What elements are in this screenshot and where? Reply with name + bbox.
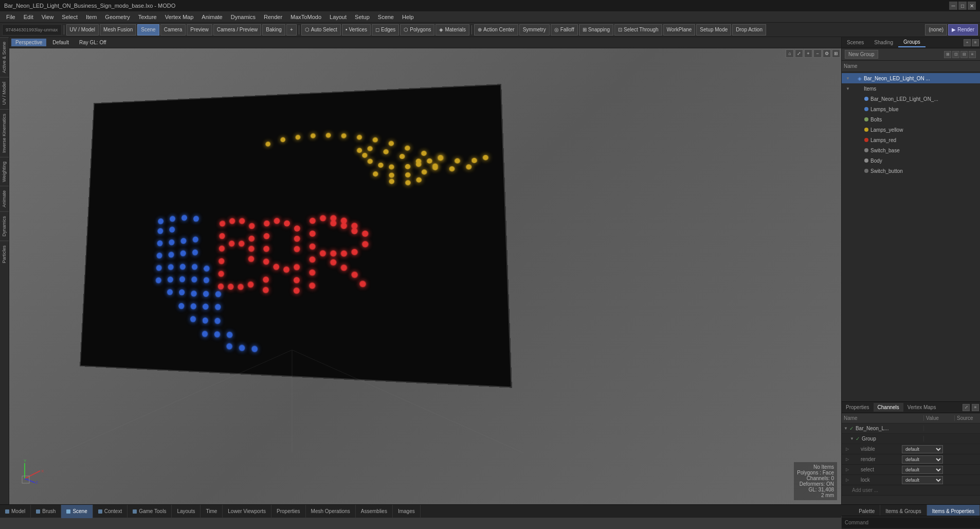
select-through-btn[interactable]: ⊡ Select Through — [614, 24, 662, 36]
tree-item-lamps-blue[interactable]: Lamps_blue — [842, 104, 980, 114]
props-item-row-barneon[interactable]: ▼ ✓ Bar_Neon_L... — [842, 424, 980, 434]
workplane-btn[interactable]: WorkPlane — [663, 24, 696, 36]
menu-file[interactable]: File — [2, 13, 20, 21]
status-images[interactable]: Images — [393, 505, 421, 518]
tree-item-bolts[interactable]: Bolts — [842, 114, 980, 125]
panel-menu-icon[interactable]: ≡ — [972, 39, 979, 46]
status-context[interactable]: Context — [93, 505, 128, 518]
status-properties[interactable]: Properties — [271, 505, 306, 518]
tree-item-lamps-red[interactable]: Lamps_red — [842, 135, 980, 145]
menu-animate[interactable]: Animate — [197, 13, 226, 21]
status-brush[interactable]: Brush — [31, 505, 61, 518]
menu-dynamics[interactable]: Dynamics — [227, 13, 260, 21]
minimize-button[interactable]: ─ — [949, 2, 957, 10]
tree-item-switch-button[interactable]: Switch_button — [842, 166, 980, 176]
status-mesh-ops[interactable]: Mesh Operations — [306, 505, 356, 518]
sidebar-tab-animate[interactable]: Animate — [0, 186, 9, 211]
props-add-user-row[interactable]: Add user ... — [842, 485, 980, 496]
sidebar-tab-uv-model[interactable]: UV / Model — [0, 77, 9, 109]
command-input[interactable] — [842, 518, 980, 528]
viewport-canvas[interactable]: X Y Z ⌂ ⤢ + − ⚙ ⊞ No Items Po — [9, 48, 841, 504]
tree-root-item[interactable]: ▼ ◈ Bar_Neon_LED_Light_ON ... — [842, 73, 980, 83]
render-button[interactable]: ▶ Render — [948, 24, 978, 36]
props-menu-icon[interactable]: ≡ — [972, 404, 979, 411]
groups-icon-2[interactable]: ⊡ — [952, 51, 959, 58]
tree-item-barneon[interactable]: Bar_Neon_LED_Light_ON_... — [842, 94, 980, 104]
vp-zoom-in-icon[interactable]: + — [804, 49, 812, 58]
tab-shading[interactable]: Shading — [869, 38, 898, 47]
tree-item-switch-base[interactable]: Switch_base — [842, 145, 980, 155]
edges-btn[interactable]: ◻ Edges — [372, 24, 399, 36]
sidebar-tab-ik[interactable]: Inverse Kinematics — [0, 109, 9, 157]
action-center-btn[interactable]: ⊕ Action Center — [474, 24, 518, 36]
status-game-tools[interactable]: Game Tools — [128, 505, 172, 518]
props-visible-dropdown[interactable]: default — [902, 445, 943, 453]
tab-groups[interactable]: Groups — [898, 38, 925, 47]
maximize-button[interactable]: □ — [958, 2, 967, 10]
vp-perspective-tab[interactable]: Perspective — [11, 39, 46, 46]
tab-scenes[interactable]: Scenes — [842, 38, 869, 47]
baking-tab[interactable]: Baking — [262, 24, 285, 36]
menu-maxtomodo[interactable]: MaxToModo — [286, 13, 325, 21]
close-button[interactable]: ✕ — [968, 2, 976, 10]
setup-mode-btn[interactable]: Setup Mode — [696, 24, 731, 36]
sidebar-tab-weighting[interactable]: Weighting — [0, 157, 9, 186]
groups-new-btn[interactable]: New Group — [845, 50, 878, 59]
vp-lock-icon[interactable]: ⊞ — [832, 49, 840, 58]
vp-zoom-out-icon[interactable]: − — [813, 49, 822, 58]
menu-vertex-map[interactable]: Vertex Map — [161, 13, 198, 21]
add-tab-btn[interactable]: + — [286, 24, 297, 36]
mesh-fusion-tab[interactable]: Mesh Fusion — [100, 24, 136, 36]
auto-select-btn[interactable]: ⬡ Auto Select — [301, 24, 341, 36]
menu-scene[interactable]: Scene — [374, 13, 398, 21]
groups-icon-4[interactable]: ≡ — [969, 51, 976, 58]
sidebar-tab-particles[interactable]: Particles — [0, 241, 9, 268]
groups-icon-3[interactable]: ⊟ — [960, 51, 968, 58]
materials-btn[interactable]: ◈ Materials — [435, 24, 469, 36]
tree-items-group[interactable]: ▼ Items — [842, 83, 980, 94]
props-group-row[interactable]: ▼ ✓ Group — [842, 434, 980, 444]
vertices-btn[interactable]: • Vertices — [342, 24, 371, 36]
camera-preview-tab[interactable]: Camera / Preview — [213, 24, 261, 36]
menu-help[interactable]: Help — [398, 13, 418, 21]
menu-texture[interactable]: Texture — [134, 13, 161, 21]
scene-tab[interactable]: Scene — [137, 24, 159, 36]
polygons-btn[interactable]: ⬡ Polygons — [400, 24, 434, 36]
menu-edit[interactable]: Edit — [20, 13, 38, 21]
menu-view[interactable]: View — [38, 13, 58, 21]
menu-geometry[interactable]: Geometry — [101, 13, 134, 21]
window-controls[interactable]: ─ □ ✕ — [949, 2, 976, 10]
menu-layout[interactable]: Layout — [325, 13, 351, 21]
menu-select[interactable]: Select — [58, 13, 82, 21]
tree-item-body[interactable]: Body — [842, 155, 980, 166]
falloff-btn[interactable]: ◎ Falloff — [551, 24, 578, 36]
dropdown-select[interactable]: (none) — [925, 24, 947, 36]
status-model[interactable]: Model — [0, 505, 31, 518]
preview-tab[interactable]: Preview — [187, 24, 212, 36]
vp-home-icon[interactable]: ⌂ — [786, 49, 794, 58]
groups-icon-1[interactable]: ⊞ — [944, 51, 951, 58]
status-assemblies[interactable]: Assemblies — [356, 505, 393, 518]
vp-settings-icon[interactable]: ⚙ — [823, 49, 831, 58]
vp-raygl-tab[interactable]: Ray GL: Off — [75, 39, 111, 46]
camera-tab[interactable]: Camera — [160, 24, 186, 36]
props-render-dropdown[interactable]: default — [902, 455, 943, 464]
sidebar-tab-active-scene[interactable]: Active & Scene — [0, 37, 9, 77]
sidebar-tab-dynamics[interactable]: Dynamics — [0, 211, 9, 241]
status-time[interactable]: Time — [201, 505, 223, 518]
status-layouts[interactable]: Layouts — [172, 505, 201, 518]
menu-render[interactable]: Render — [260, 13, 286, 21]
uv-model-tab[interactable]: UV / Model — [66, 24, 99, 36]
menu-setup[interactable]: Setup — [351, 13, 374, 21]
props-expand-icon[interactable]: ⤢ — [963, 404, 970, 411]
props-tab-channels[interactable]: Channels — [874, 403, 903, 412]
status-scene[interactable]: Scene — [61, 505, 93, 518]
props-lock-dropdown[interactable]: default — [902, 476, 943, 484]
snapping-btn[interactable]: ⊞ Snapping — [579, 24, 613, 36]
status-lower-viewports[interactable]: Lower Viewports — [223, 505, 271, 518]
viewport[interactable]: Perspective Default Ray GL: Off — [9, 37, 841, 504]
menu-item[interactable]: Item — [82, 13, 101, 21]
vp-fit-icon[interactable]: ⤢ — [795, 49, 803, 58]
tree-item-lamps-yellow[interactable]: Lamps_yellow — [842, 125, 980, 135]
props-tab-properties[interactable]: Properties — [842, 403, 874, 412]
